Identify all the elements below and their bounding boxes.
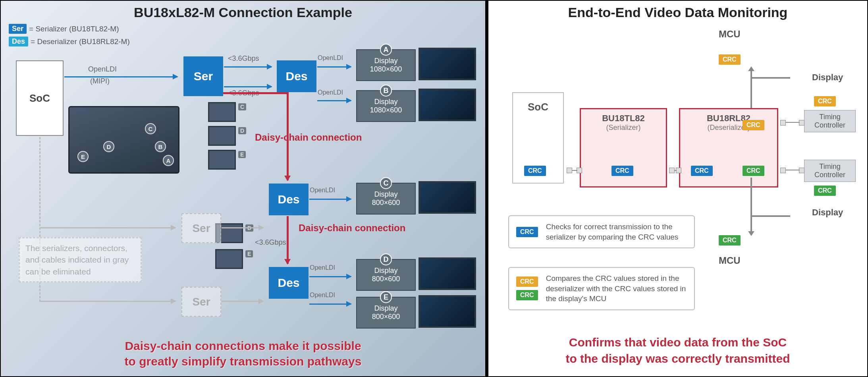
badge-e: E [380,291,392,303]
red-arrow-2 [287,216,289,264]
thumb-a [419,48,476,80]
display-e-res: 800×600 [357,313,415,321]
crc-disp-top: CRC [814,96,836,106]
sq-des-br [780,168,786,173]
daisy-label-2: Daisy-chain connection [299,222,405,234]
display-c: C Display 800×600 [356,183,416,215]
conn2 [674,170,677,171]
display-a: A Display 1080×600 [356,49,416,81]
crc-des-green: CRC [743,166,764,176]
arr-mcu-bot-h [750,215,790,217]
red-seg1 [223,92,289,94]
display-d-res: 800×600 [357,275,415,283]
arr-mcu-top-head [748,66,754,71]
tc-top-text: Timing Controller [808,113,852,130]
note2-tag-o: CRC [516,276,538,287]
thumb-d [419,257,476,290]
right-title: End-to-End Video Data Monitoring [488,1,867,22]
legend-des-text: = Deserializer (BU18RL82-M) [31,37,130,46]
mcu-bottom: MCU [719,255,741,266]
arrow-des-b [317,100,351,101]
mini-thumb-c [208,102,236,122]
label-openldi-d: OpenLDI [310,264,335,271]
arrow-soc-ser [64,76,177,77]
des-box-3: Des [269,267,309,299]
soc-box: SoC [16,60,64,136]
display-e-name: Display [357,304,415,313]
badge-b: B [380,85,392,97]
conn-tc-top [785,122,800,123]
note-1: CRC Checks for correct transmission to t… [508,215,695,248]
badge-a: A [380,44,392,56]
label-openldi-mipi1: OpenLDI [88,65,117,73]
crc-mcu-top: CRC [719,54,741,65]
des-box-1: Des [277,60,316,92]
sq-tc-bottom [799,168,804,173]
arrow-des-e [309,304,351,305]
display-b-name: Display [357,98,415,106]
tc-bottom: Timing Controller [804,160,856,182]
left-bottom-red-1: Daisy-chain connections make it possible [125,339,361,352]
display-a-res: 1080×600 [357,65,415,73]
daisy-label-1: Daisy-chain connection [255,132,362,143]
arr-mcu-top-v [750,68,752,108]
arrow-des-d [309,276,351,277]
display-c-res: 800×600 [357,199,415,207]
car-dot-c: C [145,123,156,134]
arrow-ser-des1 [224,66,272,68]
des-box-2: Des [269,184,309,215]
arr-mcu-top-h [750,77,790,79]
gray-arrow-2 [41,301,176,302]
thumb-b [419,89,476,121]
display-d-name: Display [357,267,415,275]
display-top-label: Display [812,72,843,83]
display-b: B Display 1080×600 [356,90,416,122]
left-title: BU18xL82-M Connection Example [1,1,485,22]
mini-thumb-e2 [215,249,243,269]
legend-ser: Ser = Serializer (BU18TL82-M) [9,24,119,34]
mini-thumb-d [208,126,236,146]
display-bottom-label: Display [812,207,843,218]
conn1 [572,170,577,171]
note2-tag-g: CRC [516,290,538,300]
crc-des-blue: CRC [691,166,713,176]
legend-des: Des = Deserializer (BU18RL82-M) [9,37,130,46]
tc-bottom-text: Timing Controller [808,162,852,179]
thumb-e [419,295,476,328]
left-bottom-red: Daisy-chain connections make it possible… [1,338,485,369]
gray-arrow-1 [41,227,176,228]
badge-c: C [380,177,392,189]
note1-tag: CRC [516,227,538,237]
right-bottom-red-1: Confirms that video data from the SoC [569,336,787,349]
label-speed1: <3.6Gbps [228,54,259,63]
display-a-name: Display [357,57,415,65]
ser-name: BU18TL82 [581,113,666,124]
note1-text: Checks for correct transmission to the s… [546,222,687,242]
right-panel: End-to-End Video Data Monitoring SoC CRC… [487,0,868,377]
arrow-des-c [309,199,351,200]
conn-tc-bottom [785,170,800,170]
label-speed3: <3.6Gbps [255,238,286,247]
note-2: CRC CRC Compares the CRC values stored i… [508,267,695,310]
gray-arrow-2b [222,301,263,302]
left-bottom-red-2: to greatly simplify transmission pathway… [125,355,362,368]
display-c-name: Display [357,190,415,199]
crc-soc: CRC [524,166,546,176]
red-arrow-1 [287,93,289,180]
right-bottom-red: Confirms that video data from the SoC to… [488,334,867,367]
legend-des-tag: Des [9,37,28,46]
ser-sub: (Serializer) [581,124,666,132]
mini-label-e2: E [245,250,253,257]
label-openldi-b: OpenLDI [318,89,343,96]
sq-des-tr [780,120,786,126]
arrow-des-a [317,66,351,68]
car-dot-e: E [77,151,89,162]
crc-mcu-bottom: CRC [719,235,741,246]
left-panel: BU18xL82-M Connection Example Ser = Seri… [0,0,487,377]
crc-disp-bottom: CRC [814,186,836,196]
mini-label-d: D [238,127,246,134]
car-dot-b: B [155,141,166,152]
gray-arrow-1b [222,227,263,228]
sq-tc-top [799,120,804,126]
display-d: D Display 800×600 [356,259,416,291]
